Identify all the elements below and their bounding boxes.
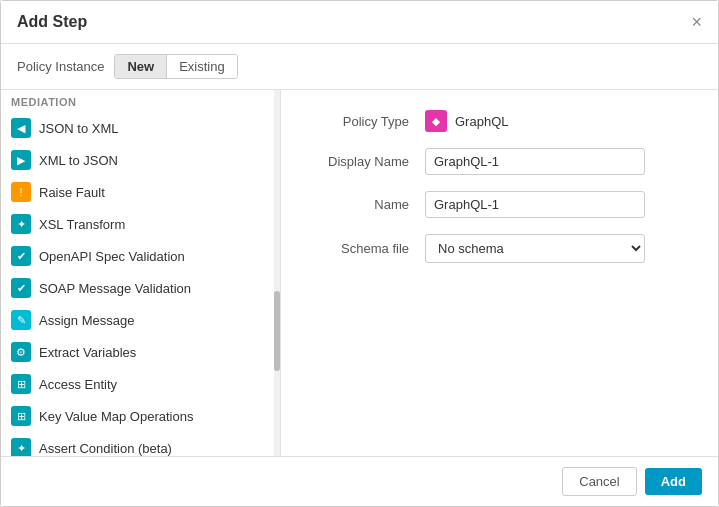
assign-message-icon: ✎ (11, 310, 31, 330)
policy-type-text: GraphQL (455, 114, 508, 129)
sidebar-item-assign-message[interactable]: ✎ Assign Message (1, 304, 280, 336)
assert-condition-icon: ✦ (11, 438, 31, 456)
sidebar-item-label: Raise Fault (39, 185, 105, 200)
extract-variables-icon: ⚙ (11, 342, 31, 362)
add-step-modal: Add Step × Policy Instance New Existing … (0, 0, 719, 507)
sidebar-item-label: OpenAPI Spec Validation (39, 249, 185, 264)
scrollbar-track[interactable] (274, 90, 280, 456)
modal-header: Add Step × (1, 1, 718, 44)
raise-fault-icon: ! (11, 182, 31, 202)
cancel-button[interactable]: Cancel (562, 467, 636, 496)
modal-title: Add Step (17, 13, 87, 31)
toggle-new[interactable]: New (115, 55, 167, 78)
sidebar-item-access-entity[interactable]: ⊞ Access Entity (1, 368, 280, 400)
access-entity-icon: ⊞ (11, 374, 31, 394)
sidebar-item-label: Assert Condition (beta) (39, 441, 172, 456)
sidebar-item-label: JSON to XML (39, 121, 118, 136)
sidebar-item-label: SOAP Message Validation (39, 281, 191, 296)
modal-footer: Cancel Add (1, 456, 718, 506)
schema-file-select[interactable]: No schema (425, 234, 645, 263)
sidebar-item-xml-to-json[interactable]: ▶ XML to JSON (1, 144, 280, 176)
sidebar-item-raise-fault[interactable]: ! Raise Fault (1, 176, 280, 208)
sidebar-list: MEDIATION ◀ JSON to XML ▶ XML to JSON ! … (1, 90, 281, 456)
name-label: Name (305, 197, 425, 212)
key-value-map-icon: ⊞ (11, 406, 31, 426)
policy-instance-toggle: New Existing (114, 54, 237, 79)
soap-message-validation-icon: ✔ (11, 278, 31, 298)
name-row: Name (305, 191, 694, 218)
display-name-label: Display Name (305, 154, 425, 169)
sidebar-item-xsl-transform[interactable]: ✦ XSL Transform (1, 208, 280, 240)
sidebar-item-openapi-spec-validation[interactable]: ✔ OpenAPI Spec Validation (1, 240, 280, 272)
toggle-existing[interactable]: Existing (167, 55, 237, 78)
sidebar-item-label: Access Entity (39, 377, 117, 392)
modal-body: MEDIATION ◀ JSON to XML ▶ XML to JSON ! … (1, 90, 718, 456)
policy-type-row: Policy Type ◆ GraphQL (305, 110, 694, 132)
add-button[interactable]: Add (645, 468, 702, 495)
sidebar-item-label: XML to JSON (39, 153, 118, 168)
sidebar-item-extract-variables[interactable]: ⚙ Extract Variables (1, 336, 280, 368)
policy-type-icon: ◆ (425, 110, 447, 132)
policy-instance-row: Policy Instance New Existing (1, 44, 718, 90)
sidebar-item-label: Assign Message (39, 313, 134, 328)
policy-type-value: ◆ GraphQL (425, 110, 508, 132)
xsl-transform-icon: ✦ (11, 214, 31, 234)
openapi-spec-validation-icon: ✔ (11, 246, 31, 266)
sidebar-item-label: XSL Transform (39, 217, 125, 232)
schema-file-row: Schema file No schema (305, 234, 694, 263)
json-to-xml-icon: ◀ (11, 118, 31, 138)
display-name-input[interactable] (425, 148, 645, 175)
xml-to-json-icon: ▶ (11, 150, 31, 170)
policy-instance-label: Policy Instance (17, 59, 104, 74)
form-area: Policy Type ◆ GraphQL Display Name Name … (281, 90, 718, 456)
scrollbar-thumb[interactable] (274, 291, 280, 371)
section-label-mediation: MEDIATION (1, 90, 280, 112)
policy-type-label: Policy Type (305, 114, 425, 129)
sidebar-item-json-to-xml[interactable]: ◀ JSON to XML (1, 112, 280, 144)
name-input[interactable] (425, 191, 645, 218)
sidebar-item-assert-condition[interactable]: ✦ Assert Condition (beta) (1, 432, 280, 456)
schema-file-label: Schema file (305, 241, 425, 256)
close-button[interactable]: × (691, 13, 702, 31)
sidebar: MEDIATION ◀ JSON to XML ▶ XML to JSON ! … (1, 90, 281, 456)
sidebar-item-key-value-map[interactable]: ⊞ Key Value Map Operations (1, 400, 280, 432)
sidebar-item-label: Key Value Map Operations (39, 409, 193, 424)
display-name-row: Display Name (305, 148, 694, 175)
sidebar-item-label: Extract Variables (39, 345, 136, 360)
sidebar-item-soap-message-validation[interactable]: ✔ SOAP Message Validation (1, 272, 280, 304)
